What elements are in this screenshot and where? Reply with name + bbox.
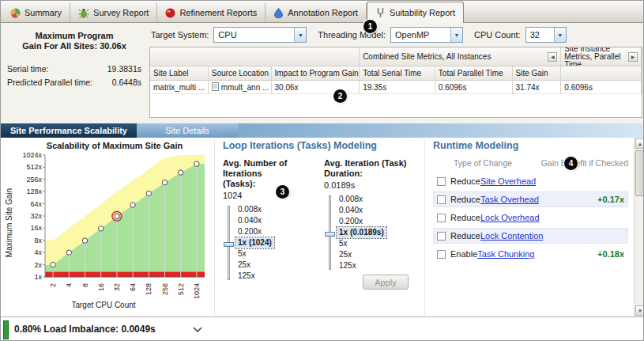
task-overhead-link[interactable]: Task Overhead xyxy=(480,195,539,204)
svg-text:8: 8 xyxy=(81,283,89,287)
svg-text:64x: 64x xyxy=(30,200,42,208)
slider-option[interactable]: 125x xyxy=(235,271,258,282)
tab-site-performance-scalability[interactable]: Site Performance Scalability xyxy=(1,123,137,138)
duration-slider[interactable] xyxy=(324,194,337,271)
runtime-row: Reduce Lock Overhead xyxy=(433,210,628,225)
runtime-row: Reduce Lock Contention xyxy=(433,228,628,244)
site-overhead-checkbox[interactable] xyxy=(437,177,446,186)
row-prefix: Reduce xyxy=(450,176,480,186)
gain-benefit-header: Gain Benefit if Checked xyxy=(541,158,628,168)
parallel-time-value: 0.6448s xyxy=(112,78,141,87)
dropdown-arrow-icon[interactable]: ▼ xyxy=(554,28,566,42)
program-gain-panel: Maximum Program Gain For All Sites: 30.0… xyxy=(1,25,148,118)
scrollbar-down-icon[interactable]: ▼ xyxy=(635,305,644,316)
gain-benefit-value: +0.18x xyxy=(597,249,624,259)
cell-instance-parallel-time[interactable]: 0.6096s xyxy=(561,81,642,94)
svg-text:32x: 32x xyxy=(30,212,42,220)
svg-text:4x: 4x xyxy=(34,248,42,256)
column-header-site-label[interactable]: Site Label xyxy=(150,66,209,81)
slider-option[interactable]: 0.200x xyxy=(337,216,365,227)
cpu-count-label: CPU Count: xyxy=(474,30,521,40)
column-header-source-location[interactable]: Source Location xyxy=(209,66,272,81)
svg-text:2x: 2x xyxy=(34,261,42,269)
apply-button[interactable]: Apply xyxy=(363,275,409,290)
lock-overhead-link[interactable]: Lock Overhead xyxy=(480,213,540,222)
vertical-scrollbar[interactable]: ▲ ▼ xyxy=(634,138,644,316)
table-column-header-row: Site Label Source Location Impact to Pro… xyxy=(150,66,642,81)
slider-option[interactable]: 25x xyxy=(235,260,253,271)
column-header-total-serial-time[interactable]: Total Serial Time xyxy=(360,66,435,81)
svg-text:128x: 128x xyxy=(26,188,42,195)
task-chunking-checkbox[interactable] xyxy=(437,250,446,259)
table-row[interactable]: matrix_multi ... mmult_ann ... 30.06x 19… xyxy=(150,81,642,94)
slider-option[interactable]: 125x xyxy=(337,260,359,271)
target-system-value: CPU xyxy=(214,30,294,40)
tab-annotation-report[interactable]: Annotation Report xyxy=(266,3,367,22)
target-system-label: Target System: xyxy=(151,30,209,40)
scalability-pane: Scalability of Maximum Site Gain Maximum… xyxy=(1,138,644,316)
dropdown-arrow-icon[interactable]: ▼ xyxy=(450,28,462,42)
runtime-column-headers: Type of Change Gain Benefit if Checked xyxy=(433,158,628,168)
svg-text:4: 4 xyxy=(65,283,73,287)
cell-site-label[interactable]: matrix_multi ... xyxy=(150,81,209,94)
slider-handle-1[interactable] xyxy=(325,232,335,237)
duration-label: Avg. Iteration (Task) Duration: xyxy=(324,158,412,179)
collapse-chevron-icon[interactable] xyxy=(193,324,202,334)
tab-summary[interactable]: Summary xyxy=(2,3,70,22)
column-header-site-gain[interactable]: Site Gain xyxy=(513,66,562,81)
tab-suitability-report[interactable]: Suitability Report xyxy=(367,2,464,23)
iterations-label: Avg. Number of Iterations (Tasks): xyxy=(223,158,311,189)
tab-site-details[interactable]: Site Details xyxy=(137,123,238,138)
suitability-report-icon xyxy=(375,7,386,18)
cell-source-location[interactable]: mmult_ann ... xyxy=(209,81,272,94)
cell-total-parallel-time[interactable]: 0.6096s xyxy=(435,81,513,94)
slider-option[interactable]: 1x (1024) xyxy=(235,237,274,248)
dropdown-arrow-icon[interactable]: ▼ xyxy=(294,28,306,42)
slider-option[interactable]: 5x xyxy=(337,238,350,249)
task-chunking-link[interactable]: Task Chunking xyxy=(477,249,534,259)
lock-overhead-checkbox[interactable] xyxy=(437,214,446,222)
cell-total-serial-time[interactable]: 19.35s xyxy=(360,81,435,94)
scroll-left-icon[interactable]: ◀ xyxy=(548,52,557,62)
report-tabbar: Summary Survey Report Refinement Reports… xyxy=(1,1,644,23)
scroll-right-icon[interactable]: ▶ xyxy=(628,52,638,62)
group-combined-label: Combined Site Metrics, All Instances xyxy=(363,52,491,61)
column-header-instance-parallel-time[interactable] xyxy=(561,66,642,81)
slider-option[interactable]: 0.040x xyxy=(235,215,264,226)
iterations-slider[interactable] xyxy=(223,204,235,282)
scrollbar-thumb[interactable] xyxy=(635,150,644,196)
lock-contention-checkbox[interactable] xyxy=(437,232,446,241)
site-subtabs: Site Performance Scalability Site Detail… xyxy=(1,123,644,138)
table-group-header-row: Combined Site Metrics, All Instances ◀ S… xyxy=(150,47,642,66)
svg-text:1024x: 1024x xyxy=(22,152,42,159)
task-overhead-checkbox[interactable] xyxy=(437,195,446,204)
slider-option[interactable]: 0.200x xyxy=(235,226,264,237)
row-prefix: Reduce xyxy=(450,213,480,222)
chart-x-axis-label: Target CPU Count xyxy=(34,301,173,309)
cell-site-gain[interactable]: 31.74x xyxy=(513,81,562,94)
column-header-impact[interactable]: Impact to Program Gain xyxy=(272,66,360,81)
program-gain-title: Maximum Program Gain For All Sites: 30.0… xyxy=(7,31,141,51)
slider-option[interactable]: 0.008x xyxy=(337,194,365,205)
slider-option[interactable]: 25x xyxy=(337,249,354,260)
refinement-reports-icon xyxy=(165,8,175,18)
tab-survey-report[interactable]: Survey Report xyxy=(70,3,157,22)
slider-option[interactable]: 0.008x xyxy=(235,204,264,215)
column-header-total-parallel-time[interactable]: Total Parallel Time xyxy=(435,66,513,81)
cell-impact[interactable]: 30.06x xyxy=(272,81,360,94)
callout-badge-1: 1 xyxy=(363,20,377,33)
target-system-combo[interactable]: CPU ▼ xyxy=(213,27,307,43)
site-overhead-link[interactable]: Site Overhead xyxy=(480,176,536,186)
tab-refinement-reports[interactable]: Refinement Reports xyxy=(157,3,266,22)
slider-option[interactable]: 1x (0.0189s) xyxy=(337,227,386,238)
scrollbar-up-icon[interactable]: ▲ xyxy=(635,138,644,149)
svg-text:32: 32 xyxy=(113,283,121,291)
cpu-count-combo[interactable]: 32 ▼ xyxy=(525,27,567,43)
slider-handle-0[interactable] xyxy=(224,242,234,247)
load-imbalance-bar: 0.80% Load Imbalance: 0.0049s xyxy=(1,316,644,341)
svg-text:8x: 8x xyxy=(34,237,42,244)
slider-option[interactable]: 5x xyxy=(235,248,249,260)
lock-contention-link[interactable]: Lock Contention xyxy=(480,231,544,241)
slider-option[interactable]: 0.040x xyxy=(337,205,365,216)
threading-model-combo[interactable]: OpenMP ▼ xyxy=(390,27,463,43)
